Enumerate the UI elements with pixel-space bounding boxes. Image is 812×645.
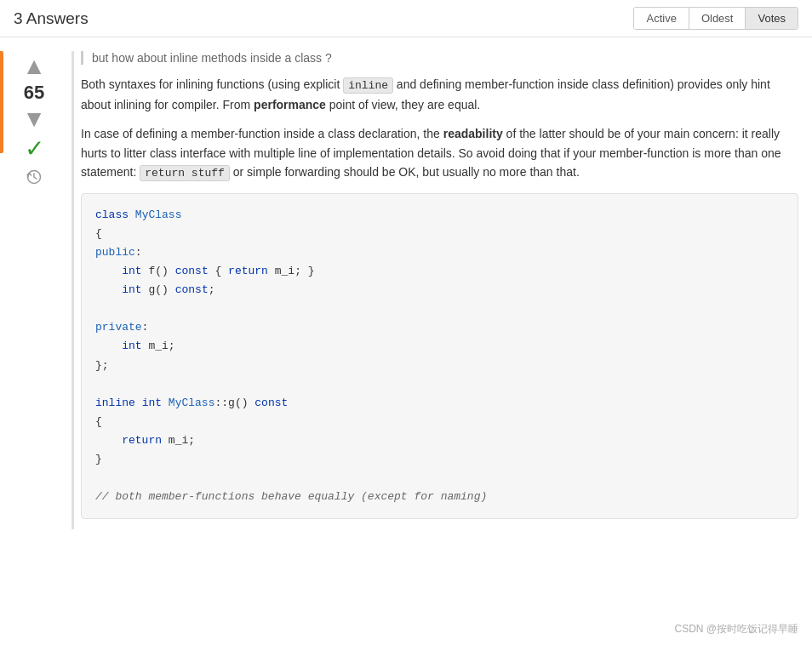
paragraph-1-text: Both syntaxes for inlining functions (us…: [81, 75, 798, 114]
p1-text-before: Both syntaxes for inlining functions (us…: [81, 77, 343, 91]
paragraph-2-text: In case of defining a member-function in…: [81, 124, 798, 183]
question-quote: but how about inline methods inside a cl…: [81, 51, 798, 65]
vote-column: ▲ 65 ▼ ✓: [0, 51, 68, 529]
vote-up-button[interactable]: ▲: [22, 54, 46, 78]
answer-container: ▲ 65 ▼ ✓ but how about inline methods in…: [0, 37, 812, 543]
code-line-16: // both member-functions behave equally …: [95, 488, 784, 506]
tab-active[interactable]: Active: [634, 8, 689, 29]
code-line-6: [95, 300, 784, 318]
watermark: CSDN @按时吃饭记得早睡: [674, 622, 798, 636]
answer-paragraph-1: Both syntaxes for inlining functions (us…: [81, 75, 798, 114]
code-line-13: return m_i;: [95, 431, 784, 450]
vote-count: 65: [24, 82, 44, 104]
code-line-10: [95, 375, 784, 394]
history-icon[interactable]: [26, 169, 42, 189]
code-line-4: int f() const { return m_i; }: [95, 262, 784, 281]
code-line-15: [95, 469, 784, 488]
accepted-checkmark[interactable]: ✓: [25, 134, 44, 163]
code-line-11: inline int MyClass::g() const: [95, 394, 784, 413]
p2-text-end: or simple forwarding should be OK, but u…: [230, 165, 580, 179]
p2-inline-code: return stuff: [140, 165, 230, 181]
p1-inline-code: inline: [343, 77, 393, 94]
left-accent: [0, 51, 3, 153]
code-line-5: int g() const;: [95, 281, 784, 300]
p2-bold: readability: [443, 127, 503, 140]
code-line-2: {: [95, 225, 784, 243]
code-line-3: public:: [95, 243, 784, 262]
answers-title: 3 Answers: [14, 9, 89, 28]
code-line-14: }: [95, 450, 784, 469]
code-line-7: private:: [95, 318, 784, 337]
tab-oldest[interactable]: Oldest: [689, 8, 746, 29]
answers-header: 3 Answers Active Oldest Votes: [0, 0, 812, 37]
code-block: class MyClass { public: int f() const { …: [81, 193, 798, 520]
question-quote-text: but how about inline methods inside a cl…: [92, 51, 332, 65]
code-line-9: };: [95, 357, 784, 375]
code-line-8: int m_i;: [95, 337, 784, 356]
tab-votes[interactable]: Votes: [746, 8, 798, 29]
sort-tabs: Active Oldest Votes: [633, 7, 798, 30]
page-wrapper: 3 Answers Active Oldest Votes ▲ 65 ▼ ✓: [0, 0, 812, 645]
vote-down-button[interactable]: ▼: [22, 107, 46, 131]
code-line-12: {: [95, 413, 784, 431]
answer-content: but how about inline methods inside a cl…: [71, 51, 798, 529]
p1-bold: performance: [254, 98, 326, 111]
answer-paragraph-2: In case of defining a member-function in…: [81, 124, 798, 183]
code-line-1: class MyClass: [95, 206, 784, 225]
